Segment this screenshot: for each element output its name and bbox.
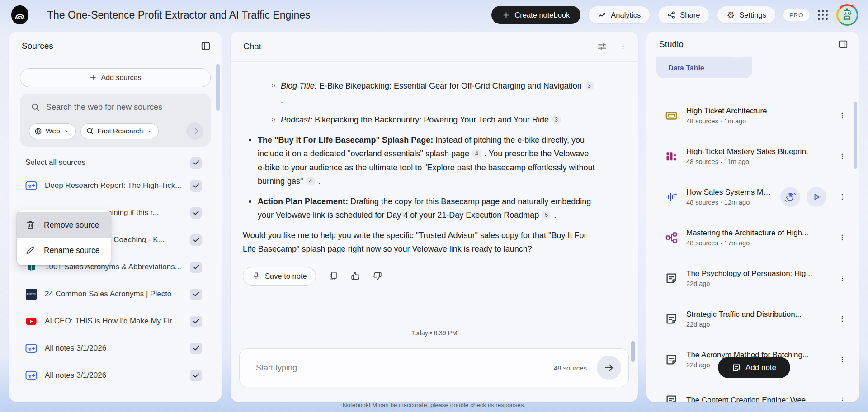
studio-item-text: The Content Creation Engine: Wee... (686, 396, 826, 402)
source-context-menu: Remove source Rename source (17, 210, 111, 265)
chat-bullet: Podcast: Bikepacking the Backcountry: Po… (272, 113, 595, 127)
save-to-note-button[interactable]: Save to note (243, 267, 316, 286)
create-notebook-button[interactable]: Create notebook (491, 6, 580, 24)
chat-timestamp: Today • 6:39 PM (231, 329, 638, 337)
citation-chip[interactable]: 4 (306, 177, 315, 186)
submit-search-button[interactable] (186, 122, 203, 140)
web-search-card: Search the web for new sources Web Fast … (20, 94, 211, 147)
web-filter-dropdown[interactable]: Web (29, 123, 76, 139)
send-button[interactable] (597, 356, 621, 380)
bullet-text: Blog Title: E-Bike Bikepacking: Essentia… (281, 79, 595, 107)
more-options-icon[interactable] (835, 315, 846, 323)
research-mode-dropdown[interactable]: Fast Research (80, 123, 159, 139)
more-options-icon[interactable] (835, 274, 846, 282)
source-row[interactable]: PLECTO24 Common Sales Acronyms | Plecto (9, 281, 222, 308)
source-checkbox[interactable] (190, 180, 202, 192)
citation-chip[interactable]: 5 (542, 211, 551, 220)
trending-up-icon (598, 11, 606, 19)
notebooklm-logo-icon[interactable] (11, 5, 29, 25)
bar-chart-icon (665, 150, 678, 163)
youtube-icon (25, 315, 37, 327)
thumbs-down-icon[interactable] (373, 271, 382, 281)
source-row[interactable]: mAll notes 3/1/2026 (9, 335, 222, 362)
source-checkbox[interactable] (190, 234, 202, 246)
studio-item[interactable]: High-Ticket Mastery Sales Blueprint48 so… (646, 136, 859, 177)
source-checkbox[interactable] (190, 262, 202, 273)
citation-chip[interactable]: 3 (585, 81, 594, 90)
studio-item-text: Strategic Traffic and Distribution...22d… (686, 310, 826, 328)
collapse-panel-icon[interactable] (838, 39, 848, 49)
copy-icon[interactable] (328, 271, 338, 281)
source-checkbox[interactable] (190, 316, 202, 327)
source-checkbox[interactable] (190, 207, 202, 219)
tune-icon[interactable] (597, 42, 607, 52)
collapse-panel-icon[interactable] (201, 41, 211, 51)
remove-source-menu-item[interactable]: Remove source (17, 212, 111, 238)
studio-item[interactable]: The Psychology of Persuasion: Hig...22d … (646, 258, 859, 299)
sources-scrollbar[interactable] (216, 64, 220, 111)
more-options-icon[interactable] (835, 112, 846, 120)
studio-item[interactable]: High Ticket Architecture48 sources · 1m … (646, 95, 859, 136)
citation-chip[interactable]: 4 (472, 149, 481, 158)
bullet-marker (272, 84, 275, 87)
more-options-icon[interactable] (835, 152, 846, 160)
more-vertical-icon[interactable] (619, 42, 627, 51)
chat-scrollbar[interactable] (631, 341, 635, 362)
play-button[interactable] (807, 187, 826, 207)
analytics-button[interactable]: Analytics (588, 6, 650, 24)
source-row[interactable]: mAll notes 3/1/2026 (9, 362, 222, 389)
studio-item-title: The Content Creation Engine: Wee... (686, 396, 826, 402)
source-list: mDeep Research Report: The High-Tick...e… (9, 172, 222, 389)
studio-item[interactable]: Strategic Traffic and Distribution...22d… (646, 299, 859, 339)
chat-panel: Chat Blog Title: E-Bike Bikepacking: Ess… (231, 32, 638, 402)
divider (646, 89, 859, 89)
interactive-mode-button[interactable] (780, 187, 800, 207)
data-table-tile[interactable]: Data Table (656, 57, 752, 78)
share-button[interactable]: Share (658, 6, 709, 24)
bullet-marker (272, 118, 275, 121)
search-input[interactable]: Search the web for new sources (46, 103, 162, 112)
notebook-title[interactable]: The One-Sentence Profit Extractor and AI… (47, 9, 311, 21)
trash-icon (25, 220, 35, 230)
message-actions: Save to note (243, 267, 595, 286)
google-apps-grid-icon[interactable] (817, 9, 829, 21)
more-options-icon[interactable] (835, 193, 846, 201)
studio-title: Studio (659, 39, 684, 49)
chat-blocks: Blog Title: E-Bike Bikepacking: Essentia… (243, 79, 595, 256)
source-title: Deep Research Report: The High-Tick... (45, 181, 183, 190)
text-segment: . (281, 95, 283, 104)
more-options-icon[interactable] (835, 234, 846, 242)
source-checkbox[interactable] (190, 289, 202, 300)
text-segment: . (552, 211, 556, 220)
note-icon (665, 272, 678, 285)
chat-input[interactable]: Start typing... (256, 363, 554, 373)
studio-item-text: Mastering the Architecture of High...48 … (686, 229, 826, 247)
source-row[interactable]: mDeep Research Report: The High-Tick... (9, 172, 222, 199)
studio-scrollbar[interactable] (854, 102, 857, 169)
source-checkbox[interactable] (190, 370, 202, 381)
studio-item[interactable]: The Content Creation Engine: Wee... (646, 380, 859, 402)
add-sources-button[interactable]: Add sources (20, 68, 211, 87)
add-note-button[interactable]: Add note (718, 357, 790, 378)
avatar[interactable] (836, 4, 858, 26)
source-checkbox[interactable] (190, 343, 202, 354)
bullet-marker (249, 200, 251, 203)
edit-icon[interactable] (726, 57, 750, 59)
rename-source-menu-item[interactable]: Rename source (17, 238, 111, 263)
source-row[interactable]: AI CEO: THIS is How I'd Make My First ..… (9, 308, 222, 335)
robot-avatar-image (838, 6, 857, 24)
sources-title: Sources (22, 41, 53, 51)
chat-paragraph: Would you like me to help you write the … (243, 229, 595, 256)
citation-chip[interactable]: 3 (552, 115, 561, 124)
more-options-icon[interactable] (835, 356, 846, 364)
chat-header: Chat (231, 32, 638, 62)
studio-item[interactable]: How Sales Systems Map...48 sources · 12m… (646, 177, 859, 217)
select-all-checkbox[interactable] (190, 157, 202, 169)
studio-item-title: The Psychology of Persuasion: Hig... (686, 269, 826, 278)
gear-icon: ⚙ (726, 10, 735, 19)
studio-item[interactable]: Mastering the Architecture of High...48 … (646, 217, 859, 258)
studio-item-title: High-Ticket Mastery Sales Blueprint (686, 147, 826, 156)
settings-button[interactable]: ⚙ Settings (717, 6, 776, 24)
thumbs-up-icon[interactable] (350, 271, 360, 281)
text-segment: . (561, 115, 566, 124)
